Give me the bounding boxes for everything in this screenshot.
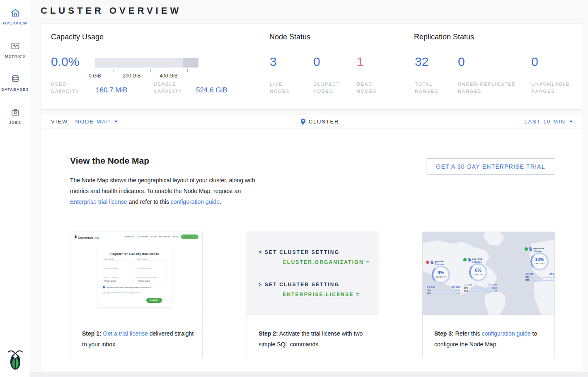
- metrics-icon: [10, 41, 21, 51]
- email-updates-checkbox: I would like to receive email updates ab…: [103, 286, 169, 288]
- cockroach-labs-logo: [0, 349, 30, 372]
- node-cube-icon: [467, 258, 471, 262]
- configuration-guide-link[interactable]: configuration guide: [171, 198, 220, 205]
- first-name-input: [103, 261, 133, 265]
- field-label: COMPANY NAME: [103, 267, 118, 269]
- sql-setting: ENTERPRISE.LICENSE =: [283, 292, 360, 297]
- node-cube-icon: [430, 260, 434, 264]
- node-map-description: The Node Map shows the geographical layo…: [70, 175, 265, 207]
- chevron-down-icon: [569, 121, 573, 123]
- register-form-title: Register for a 30-day trial license: [97, 252, 172, 256]
- enterprise-trial-button[interactable]: GET A 30-DAY ENTERPRISE TRIAL: [426, 158, 555, 175]
- node-map-heading: View the Node Map: [70, 156, 149, 166]
- gauge-tick-0: 0 GiB: [83, 73, 106, 79]
- gauge-tick-400: 400 GiB: [157, 73, 180, 79]
- license-agreement-link: Software License Agreement.: [116, 292, 140, 294]
- locality-label: geo=sfo: [435, 260, 444, 263]
- sidebar-item-label: OVERVIEW: [0, 21, 30, 25]
- description-text: .: [220, 198, 221, 205]
- gauge-tick-200: 200 GiB: [120, 73, 143, 79]
- sidebar-item-overview[interactable]: OVERVIEW: [0, 7, 30, 25]
- node-map-preview: geo=sfo 2 Nodes 9% CAPACITY 3.2 GiB351 G…: [423, 232, 554, 315]
- step1-card: Cockroach LABS PRODUCT CUSTOMERS DOCS RE…: [70, 232, 203, 358]
- brand-name: Cockroach: [78, 236, 93, 239]
- step2-card: > SET CLUSTER SETTING CLUSTER.ORGANIZATI…: [247, 232, 379, 358]
- company-name-input: [103, 270, 133, 274]
- under-replicated-label: UNDER-REPLICATED RANGES: [458, 81, 528, 95]
- nav-product: PRODUCT: [125, 236, 134, 238]
- total-ranges-count: 32: [415, 55, 428, 69]
- capacity-gauge-reserved: [183, 58, 198, 68]
- under-replicated-count: 0: [458, 55, 465, 69]
- sidebar-item-label: METRICS: [0, 54, 30, 58]
- live-status-icon: [463, 258, 467, 261]
- step2-caption: Step 2: Activate the trial license with …: [259, 328, 375, 350]
- company-email-input: [137, 270, 167, 274]
- screenshot-nav-links: PRODUCT CUSTOMERS DOCS RESOURCES BLOG DO…: [125, 234, 198, 239]
- step3-card: geo=sfo 2 Nodes 9% CAPACITY 3.2 GiB351 G…: [422, 232, 555, 358]
- total-ranges-label: TOTAL RANGES: [415, 81, 444, 95]
- sql-code-block: > SET CLUSTER SETTING CLUSTER.ORGANIZATI…: [247, 232, 379, 315]
- divider: [70, 219, 555, 219]
- usable-capacity-label: USABLE CAPACITY: [154, 81, 188, 95]
- dead-nodes-count: 1: [357, 55, 364, 69]
- checkbox-label: I agree to the: [106, 292, 116, 294]
- step3-caption: Step 3: Refer this configuration guide t…: [434, 328, 550, 350]
- step1-caption: Step 1: Get a trial license delivered st…: [82, 328, 198, 350]
- license-agreement-checkbox: I agree to the Software License Agreemen…: [103, 292, 169, 294]
- nav-customers: CUSTOMERS: [137, 236, 148, 238]
- sql-command: > SET CLUSTER SETTING: [259, 249, 339, 255]
- map-pin-icon: [300, 118, 305, 125]
- get-trial-license-link[interactable]: Get a trial license: [103, 330, 148, 337]
- cluster-summary-panel: Capacity Usage 0.0% 0 GiB 200 GiB 400 Gi…: [41, 24, 582, 110]
- home-icon: [10, 7, 21, 18]
- view-label: VIEW:: [51, 118, 70, 125]
- description-text: The Node Map shows the geographical layo…: [70, 177, 255, 194]
- dead-status-icon: [426, 261, 429, 264]
- screenshot-site-nav: Cockroach LABS PRODUCT CUSTOMERS DOCS RE…: [70, 232, 202, 241]
- capacity-ring: 6% CAPACITY: [469, 263, 487, 281]
- jobs-icon: [10, 107, 21, 118]
- field-label: LAST NAME: [137, 258, 148, 260]
- sidebar-item-databases[interactable]: DATABASES: [0, 74, 30, 92]
- step-label: Step 2:: [259, 330, 278, 337]
- register-form-screenshot: Cockroach LABS PRODUCT CUSTOMERS DOCS RE…: [70, 232, 202, 309]
- enterprise-trial-license-link[interactable]: Enterprise trial license: [70, 198, 127, 205]
- checkbox-label: I would like to receive email updates ab…: [106, 286, 152, 288]
- sidebar: OVERVIEW METRICS DATABASES JOBS: [0, 0, 30, 377]
- capacity-percent: 0.0%: [51, 55, 79, 69]
- submit-button: SUBMIT: [146, 298, 162, 303]
- cockroach-labs-brand: Cockroach LABS: [74, 234, 99, 239]
- field-label: COMPANY EMAIL: [137, 267, 152, 269]
- trial-register-form: Register for a 30-day trial license FIRS…: [97, 247, 172, 307]
- last-name-input: [137, 261, 167, 265]
- locality-label: geo=nyc: [472, 258, 482, 261]
- configuration-guide-link[interactable]: configuration guide: [482, 330, 530, 337]
- sidebar-item-jobs[interactable]: JOBS: [0, 107, 30, 125]
- time-range-dropdown[interactable]: LAST 10 MIN: [524, 118, 573, 125]
- used-capacity-value: 160.7 MiB: [96, 86, 128, 94]
- sidebar-item-label: JOBS: [0, 121, 30, 125]
- locality-label: geo=ams: [533, 247, 544, 250]
- capacity-ring: 9% CAPACITY: [432, 266, 450, 284]
- databases-icon: [10, 74, 21, 85]
- step-label: Step 1:: [82, 330, 102, 337]
- nav-resources: RESOURCES: [159, 236, 170, 238]
- sql-command: > SET CLUSTER SETTING: [259, 282, 339, 288]
- node-cube-icon: [529, 247, 532, 251]
- live-nodes-label: LIVE NODES: [270, 81, 300, 95]
- live-nodes-count: 3: [270, 55, 277, 69]
- view-bar: VIEW: NODE MAP CLUSTER LAST 10 MIN: [41, 115, 582, 128]
- dead-nodes-label: DEAD NODES: [357, 81, 382, 95]
- used-capacity-label: USED CAPACITY: [51, 81, 85, 95]
- field-label: FIRST NAME: [103, 258, 114, 260]
- project-phase-select: Please Select: [103, 279, 133, 283]
- chevron-down-icon: [114, 121, 118, 123]
- usable-capacity-value: 524.6 GiB: [196, 86, 227, 94]
- step-label: Step 3:: [434, 330, 454, 337]
- breadcrumb-cluster: CLUSTER: [309, 118, 339, 125]
- sidebar-item-metrics[interactable]: METRICS: [0, 41, 30, 58]
- sidebar-item-label: DATABASES: [0, 87, 30, 92]
- unavailable-ranges-count: 0: [531, 55, 538, 69]
- view-dropdown[interactable]: NODE MAP: [75, 118, 118, 125]
